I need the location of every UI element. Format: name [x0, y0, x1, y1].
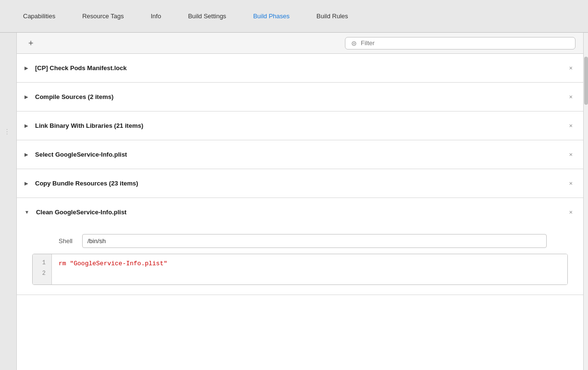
tab-build-rules[interactable]: Build Rules [303, 9, 362, 24]
code-line-numbers: 1 2 [33, 254, 52, 284]
phase-clean-googleservice-header[interactable]: ▼ Clean GoogleService-Info.plist × [17, 198, 583, 226]
phase-clean-googleservice-title: Clean GoogleService-Info.plist [36, 209, 566, 216]
line-number-1: 1 [38, 258, 46, 269]
filter-container: ⊜ [345, 37, 576, 49]
scroll-indicator[interactable] [584, 57, 588, 105]
phase-link-binary-close[interactable]: × [566, 121, 576, 130]
phase-copy-bundle-title: Copy Bundle Resources (23 items) [35, 180, 566, 187]
left-panel: ... [0, 33, 17, 370]
tab-resource-tags[interactable]: Resource Tags [69, 9, 137, 24]
phase-select-googleservice: ▶ Select GoogleService-Info.plist × [17, 140, 583, 169]
code-space [66, 258, 70, 269]
phase-copy-bundle-triangle: ▶ [24, 181, 28, 186]
phase-link-binary: ▶ Link Binary With Libraries (21 items) … [17, 111, 583, 140]
phase-compile-sources: ▶ Compile Sources (2 items) × [17, 83, 583, 111]
phase-clean-googleservice-triangle: ▼ [24, 210, 29, 215]
tab-info[interactable]: Info [137, 9, 175, 24]
phase-check-pods-title: [CP] Check Pods Manifest.lock [35, 64, 566, 72]
filter-input[interactable] [361, 39, 569, 47]
phase-compile-sources-close[interactable]: × [566, 92, 576, 101]
phase-copy-bundle-close[interactable]: × [566, 179, 576, 188]
phase-select-googleservice-title: Select GoogleService-Info.plist [35, 151, 566, 158]
add-phase-button[interactable]: + [24, 37, 37, 49]
phase-clean-googleservice-content: Shell 1 2 rm [17, 226, 583, 295]
filter-icon: ⊜ [351, 39, 357, 47]
phase-check-pods: ▶ [CP] Check Pods Manifest.lock × [17, 54, 583, 83]
phase-link-binary-title: Link Binary With Libraries (21 items) [35, 122, 566, 129]
line-number-2: 2 [38, 269, 46, 279]
code-string-filename: "GoogleService-Info.plist" [70, 258, 167, 269]
toolbar: + ⊜ [17, 33, 583, 54]
code-line-2 [59, 269, 561, 280]
main-content: ... + ⊜ ▶ [CP] Check Pods Manifest.lock [0, 33, 588, 370]
code-line-1: rm "GoogleService-Info.plist" [59, 258, 561, 269]
app-container: Capabilities Resource Tags Info Build Se… [0, 0, 588, 370]
phase-compile-sources-triangle: ▶ [24, 94, 28, 99]
phase-check-pods-close[interactable]: × [566, 63, 576, 73]
phase-select-googleservice-close[interactable]: × [566, 150, 576, 159]
tab-bar: Capabilities Resource Tags Info Build Se… [0, 0, 588, 33]
phase-link-binary-triangle: ▶ [24, 123, 28, 128]
side-dots: ... [6, 129, 11, 136]
phase-select-googleservice-triangle: ▶ [24, 152, 28, 157]
center-content: + ⊜ ▶ [CP] Check Pods Manifest.lock × [17, 33, 583, 370]
code-editor: 1 2 rm "GoogleService-Info.plist" [32, 254, 568, 285]
phase-compile-sources-header[interactable]: ▶ Compile Sources (2 items) × [17, 83, 583, 111]
phase-clean-googleservice: ▼ Clean GoogleService-Info.plist × Shell [17, 198, 583, 295]
shell-label: Shell [53, 237, 73, 245]
tab-build-phases[interactable]: Build Phases [240, 9, 303, 24]
tab-capabilities[interactable]: Capabilities [10, 9, 69, 24]
phase-clean-googleservice-close[interactable]: × [566, 208, 576, 217]
phase-select-googleservice-header[interactable]: ▶ Select GoogleService-Info.plist × [17, 140, 583, 169]
code-keyword-rm: rm [59, 258, 66, 269]
phase-check-pods-header[interactable]: ▶ [CP] Check Pods Manifest.lock × [17, 54, 583, 82]
shell-row: Shell [24, 234, 576, 248]
shell-input[interactable] [82, 234, 547, 248]
phase-link-binary-header[interactable]: ▶ Link Binary With Libraries (21 items) … [17, 111, 583, 140]
phase-copy-bundle: ▶ Copy Bundle Resources (23 items) × [17, 169, 583, 198]
phases-list: ▶ [CP] Check Pods Manifest.lock × ▶ Comp… [17, 54, 583, 370]
phase-check-pods-triangle: ▶ [24, 65, 28, 71]
tab-build-settings[interactable]: Build Settings [174, 9, 240, 24]
right-panel [583, 33, 588, 370]
phase-compile-sources-title: Compile Sources (2 items) [35, 93, 566, 100]
code-content[interactable]: rm "GoogleService-Info.plist" [52, 254, 567, 284]
phase-copy-bundle-header[interactable]: ▶ Copy Bundle Resources (23 items) × [17, 169, 583, 197]
